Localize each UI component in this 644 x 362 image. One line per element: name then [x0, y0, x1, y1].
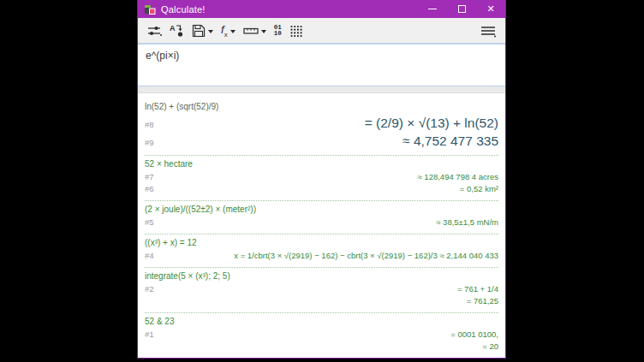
history-index: #2 [145, 284, 167, 294]
history-index: #1 [145, 329, 167, 339]
history-entry: (2 × joule)/((52±2) × (meter²)) #5 ≈ 38,… [145, 205, 498, 228]
history-expression[interactable]: ln(52) + (sqrt(52)/9) [145, 102, 498, 111]
units-dropdown-arrow-icon[interactable] [261, 30, 266, 33]
save-icon [192, 24, 206, 38]
history-result[interactable]: ≈ 4,752 477 335 [167, 132, 498, 150]
convert-icon: A [170, 23, 184, 38]
functions-button[interactable]: fx [218, 21, 238, 41]
history-entry: integrate(5 × (x³); 2; 5) #2 = 761 + 1/4… [145, 271, 498, 307]
sliders-icon [147, 24, 162, 38]
hamburger-menu-icon [480, 24, 496, 38]
history-separator [145, 155, 498, 156]
history-index: #4 [145, 251, 167, 260]
history-separator [145, 200, 498, 201]
maximize-icon [458, 5, 466, 13]
number-bases-icon: 01 10 [274, 25, 282, 37]
keypad-icon [289, 24, 303, 38]
history-entry: 52 × hectare #7 ≈ 128,494 798 4 acres #6… [145, 159, 498, 195]
history-result-row[interactable]: = 761,25 [145, 295, 498, 307]
minimize-button[interactable] [418, 0, 447, 18]
svg-text:A: A [170, 24, 176, 33]
window-controls: ✕ [418, 0, 505, 18]
history-result[interactable]: = (2/9) × √(13) + ln(52) [167, 114, 498, 132]
history-result[interactable]: = 20 [167, 341, 498, 353]
history-index: #7 [145, 172, 167, 181]
history-result[interactable]: = 0,52 km² [167, 183, 498, 195]
units-button[interactable] [241, 21, 269, 41]
convert-button[interactable]: A [167, 21, 187, 41]
history-expression[interactable]: 52 × hectare [145, 159, 498, 169]
maximize-button[interactable] [447, 0, 476, 18]
history-index: #8 [145, 120, 167, 129]
history-separator [145, 267, 498, 268]
history-result[interactable]: = 761 + 1/4 [167, 283, 498, 295]
history-result[interactable]: x = 1/cbrt(3 × √(2919) − 162) − cbrt(3 ×… [167, 250, 498, 262]
ruler-icon [243, 24, 259, 38]
history-index: #9 [145, 138, 167, 147]
close-icon: ✕ [486, 4, 494, 14]
history-entry: ((x³) + x) = 12 #4 x = 1/cbrt(3 × √(2919… [145, 238, 498, 262]
history-separator [145, 234, 498, 234]
history-expression[interactable]: (2 × joule)/((52±2) × (meter²)) [145, 205, 498, 214]
history-index: #5 [145, 217, 167, 227]
mode-button[interactable] [145, 21, 164, 41]
history-list: ln(52) + (sqrt(52)/9) #8 = (2/9) × √(13)… [138, 93, 505, 358]
qalculate-window: Qalculate! ✕ A [137, 0, 506, 359]
save-button[interactable] [189, 21, 216, 41]
history-result-row[interactable]: #6 = 0,52 km² [145, 183, 498, 195]
history-result-row[interactable]: #7 ≈ 128,494 798 4 acres [145, 171, 498, 183]
menu-button[interactable] [478, 21, 498, 41]
history-expression[interactable]: integrate(5 × (x³); 2; 5) [145, 271, 498, 281]
functions-icon: fx [221, 21, 228, 39]
save-dropdown-arrow-icon[interactable] [208, 30, 213, 33]
history-result[interactable]: = 0001 0100, [167, 329, 498, 341]
close-button[interactable]: ✕ [476, 0, 505, 18]
input-history-splitter[interactable] [138, 86, 505, 93]
history-result-row[interactable]: #8 = (2/9) × √(13) + ln(52) [145, 114, 498, 132]
desktop-background: Qalculate! ✕ A [0, 0, 644, 362]
history-result[interactable]: ≈ 38,5±1,5 mN/m [167, 217, 498, 228]
keypad-button[interactable] [287, 21, 306, 41]
history-index: #6 [145, 184, 167, 193]
number-bases-button[interactable]: 01 10 [271, 21, 284, 41]
history-result[interactable]: ≈ 128,494 798 4 acres [167, 171, 498, 183]
title-bar: Qalculate! ✕ [138, 0, 505, 18]
history-result-row[interactable]: #5 ≈ 38,5±1,5 mN/m [145, 217, 498, 228]
history-separator [145, 312, 498, 313]
window-title: Qalculate! [161, 4, 206, 15]
toolbar: A fx [138, 18, 505, 43]
history-result-row[interactable]: #2 = 761 + 1/4 [145, 283, 498, 295]
history-result[interactable]: = 761,25 [167, 295, 498, 307]
history-result-row[interactable]: #1 = 0001 0100, [145, 329, 498, 341]
history-expression[interactable]: ((x³) + x) = 12 [145, 238, 498, 247]
app-icon [144, 3, 156, 15]
history-result-row[interactable]: #4 x = 1/cbrt(3 × √(2919) − 162) − cbrt(… [145, 250, 498, 262]
history-result-row[interactable]: = 20 [145, 341, 498, 353]
history-result-row[interactable]: #9 ≈ 4,752 477 335 [145, 132, 498, 150]
expression-input[interactable]: e^(pi×i) [138, 45, 505, 86]
history-entry: ln(52) + (sqrt(52)/9) #8 = (2/9) × √(13)… [145, 102, 498, 150]
functions-dropdown-arrow-icon[interactable] [230, 30, 236, 33]
minimize-icon [428, 9, 437, 9]
history-entry: 52 & 23 #1 = 0001 0100, = 20 [145, 317, 498, 353]
history-expression[interactable]: 52 & 23 [145, 317, 498, 326]
